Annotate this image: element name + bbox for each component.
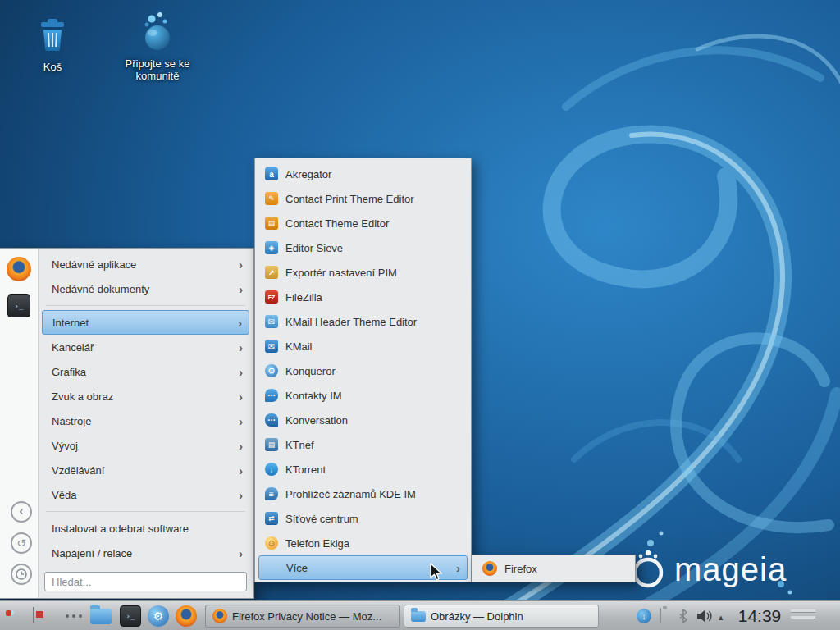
- community-label-line2: komunitě: [126, 70, 190, 82]
- application-menu-sidebar: [0, 249, 39, 598]
- submenu-arrow-icon: [239, 390, 243, 404]
- contact-print-theme-editor-icon: [265, 192, 278, 205]
- pim-exporter-icon: [265, 266, 278, 279]
- menu-item-label: Internet: [52, 317, 89, 329]
- im-contacts-icon: [265, 389, 278, 402]
- contact-theme-editor-icon: [265, 217, 278, 230]
- submenu-item-konqueror[interactable]: Konqueror: [258, 358, 468, 383]
- menu-item-recent-applications[interactable]: Nedávné aplikace: [42, 252, 249, 276]
- menu-item-tools[interactable]: Nástroje: [42, 409, 249, 433]
- submenu-arrow-icon: [239, 340, 243, 354]
- menu-item-recent-documents[interactable]: Nedávné dokumenty: [42, 276, 249, 301]
- editor-sieve-icon: [265, 241, 278, 254]
- folder-icon: [411, 611, 426, 622]
- menu-item-power-session[interactable]: Napájení / relace: [42, 541, 249, 565]
- submenu-item-kontakty-im[interactable]: Kontakty IM: [258, 383, 468, 408]
- menu-search-input[interactable]: [44, 572, 247, 591]
- trash-label: Koš: [43, 61, 62, 73]
- panel-dots-icon[interactable]: [66, 614, 82, 618]
- submenu-item-label: Contact Theme Editor: [285, 217, 389, 230]
- leave-icon[interactable]: [11, 564, 32, 585]
- submenu-item-label: Exportér nastavení PIM: [285, 267, 397, 279]
- panel-clock[interactable]: 14:39: [733, 601, 786, 630]
- submenu-item-label: Konversation: [285, 414, 348, 427]
- flyout-item-label: Firefox: [504, 563, 537, 575]
- desktop-pager-icon[interactable]: [33, 607, 34, 623]
- more-flyout-menu: Firefox: [472, 555, 636, 582]
- submenu-item-label: FileZilla: [285, 291, 322, 304]
- konqueror-launcher-icon[interactable]: [148, 605, 169, 627]
- submenu-item-editor-sieve[interactable]: Editor Sieve: [258, 235, 468, 260]
- submenu-item-ktorrent[interactable]: KTorrent: [258, 457, 468, 482]
- menu-item-development[interactable]: Vývoj: [42, 433, 249, 458]
- submenu-item-label: Akregator: [285, 168, 331, 180]
- submenu-item-konversation[interactable]: Konversation: [258, 408, 468, 432]
- submenu-item-kmail-header-theme-editor[interactable]: KMail Header Theme Editor: [258, 309, 468, 334]
- submenu-item-kde-im-log-viewer[interactable]: Prohlížeč záznamů KDE IM: [258, 482, 468, 506]
- submenu-item-more[interactable]: Více: [258, 555, 468, 580]
- filezilla-icon: [265, 290, 278, 304]
- menu-item-science[interactable]: Věda: [42, 482, 249, 507]
- firefox-launcher-icon[interactable]: [176, 605, 197, 627]
- submenu-item-label: KTnef: [285, 439, 314, 451]
- submenu-item-ekiga[interactable]: Telefon Ekiga: [258, 531, 468, 555]
- dolphin-launcher-icon[interactable]: [90, 609, 112, 624]
- favorite-konsole-icon[interactable]: [7, 294, 30, 317]
- ktnef-icon: [265, 438, 278, 451]
- updates-applet-icon[interactable]: [637, 609, 651, 623]
- menu-item-multimedia[interactable]: Zvuk a obraz: [42, 384, 249, 409]
- task-button-dolphin[interactable]: Obrázky — Dolphin: [404, 605, 599, 628]
- menu-item-label: Vývoj: [52, 440, 78, 452]
- submenu-item-ktnef[interactable]: KTnef: [258, 432, 468, 457]
- submenu-item-label: KMail: [285, 340, 313, 353]
- kmail-icon: [265, 340, 278, 353]
- submenu-arrow-icon: [239, 546, 243, 560]
- submenu-arrow-icon: [238, 316, 242, 330]
- favorite-firefox-icon[interactable]: [7, 257, 31, 281]
- submenu-item-contact-theme-editor[interactable]: Contact Theme Editor: [258, 211, 468, 235]
- submenu-item-pim-settings-exporter[interactable]: Exportér nastavení PIM: [258, 260, 468, 285]
- menu-item-internet[interactable]: Internet: [42, 310, 249, 335]
- menu-separator: [46, 511, 245, 512]
- volume-icon[interactable]: [696, 609, 712, 627]
- submenu-arrow-icon: [239, 282, 243, 296]
- systray-expander-icon[interactable]: [719, 609, 724, 623]
- konsole-launcher-icon[interactable]: [120, 605, 141, 627]
- kmail-header-theme-editor-icon: [265, 315, 278, 328]
- panel-toolbox-icon[interactable]: [791, 609, 815, 619]
- empty-icon: [266, 561, 279, 574]
- submenu-item-filezilla[interactable]: FileZilla: [258, 285, 468, 309]
- submenu-arrow-icon: [239, 463, 243, 477]
- bluetooth-icon[interactable]: [676, 608, 691, 628]
- refresh-icon[interactable]: [11, 532, 32, 554]
- task-button-firefox[interactable]: Firefox Privacy Notice — Moz...: [205, 605, 400, 628]
- task-label: Firefox Privacy Notice — Moz...: [232, 610, 381, 623]
- firefox-icon: [212, 609, 227, 623]
- back-icon[interactable]: [11, 501, 32, 523]
- submenu-item-contact-print-theme-editor[interactable]: Contact Print Theme Editor: [258, 186, 468, 211]
- menu-item-graphics[interactable]: Grafika: [42, 359, 249, 384]
- menu-item-install-remove-software[interactable]: Instalovat a odebrat software: [42, 516, 249, 541]
- trash-icon: [34, 16, 71, 54]
- mageia-logo: mageia: [628, 548, 787, 591]
- menu-item-office[interactable]: Kancelář: [42, 335, 249, 359]
- clipboard-icon[interactable]: [660, 608, 661, 623]
- submenu-arrow-icon: [456, 561, 460, 575]
- network-center-icon: [265, 512, 278, 525]
- submenu-item-label: Síťové centrum: [285, 513, 358, 525]
- submenu-item-label: Více: [286, 562, 308, 574]
- submenu-item-label: Editor Sieve: [285, 242, 343, 254]
- submenu-item-network-center[interactable]: Síťové centrum: [258, 506, 468, 531]
- application-menu-list: Nedávné aplikace Nedávné dokumenty Inter…: [38, 249, 253, 598]
- flyout-item-firefox[interactable]: Firefox: [476, 558, 632, 579]
- submenu-item-akregator[interactable]: Akregator: [258, 162, 468, 186]
- submenu-arrow-icon: [239, 365, 243, 379]
- menu-item-education[interactable]: Vzdělávání: [42, 458, 249, 482]
- menu-item-label: Vzdělávání: [52, 464, 104, 477]
- desktop-icon-trash[interactable]: Koš: [20, 16, 85, 73]
- im-log-viewer-icon: [265, 487, 278, 500]
- submenu-item-kmail[interactable]: KMail: [258, 334, 468, 358]
- menu-item-label: Kancelář: [52, 341, 94, 354]
- desktop-icon-community[interactable]: Připojte se ke komunitě: [115, 8, 200, 82]
- menu-item-label: Nástroje: [52, 415, 91, 427]
